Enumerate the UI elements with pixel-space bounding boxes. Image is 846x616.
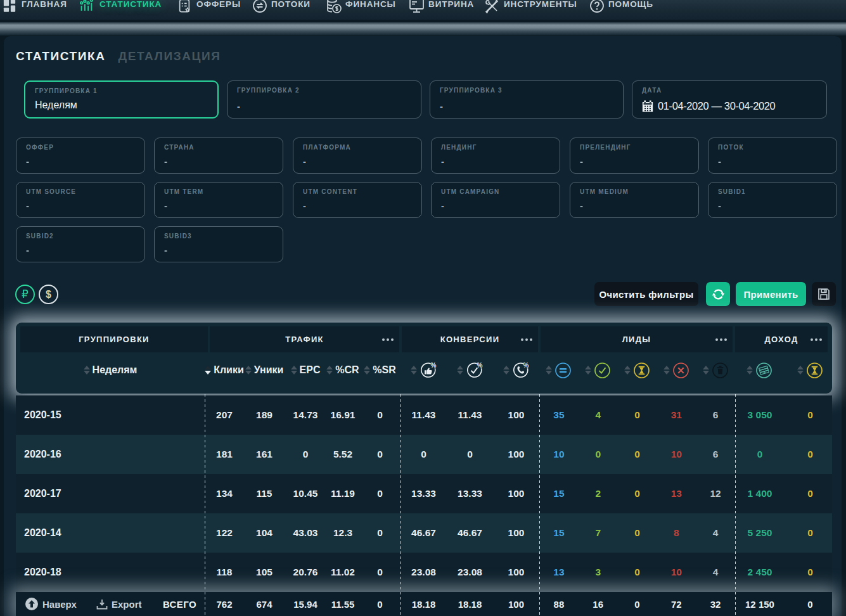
svg-text:%: % xyxy=(523,362,529,369)
svg-text:%: % xyxy=(431,362,437,369)
svg-text:%: % xyxy=(477,362,483,369)
